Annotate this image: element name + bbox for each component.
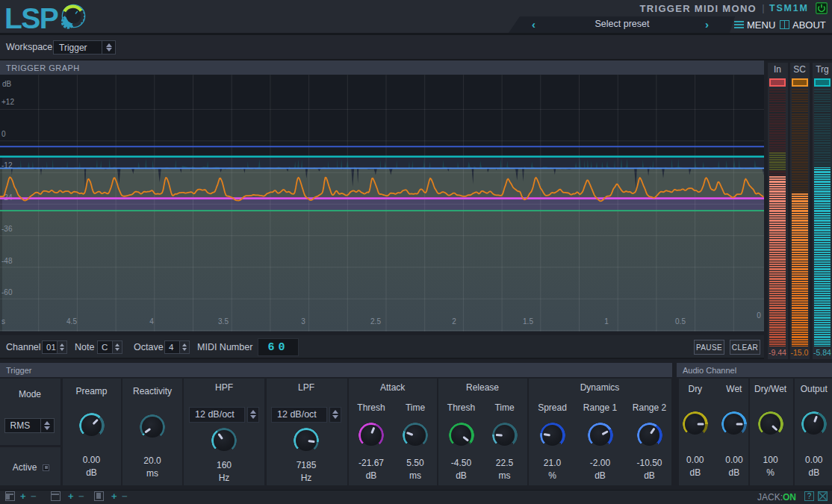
svg-text:3: 3 — [301, 317, 305, 326]
svg-text:-36: -36 — [1, 225, 13, 233]
svg-text:0: 0 — [757, 311, 761, 320]
svg-text:1.5: 1.5 — [523, 317, 533, 326]
svg-text:-48: -48 — [1, 257, 13, 265]
svg-text:4: 4 — [149, 317, 154, 326]
svg-text:1: 1 — [604, 317, 609, 326]
svg-text:dB: dB — [2, 80, 12, 88]
svg-text:0: 0 — [1, 130, 6, 138]
svg-text:-60: -60 — [1, 288, 13, 296]
svg-text:0.5: 0.5 — [675, 317, 686, 326]
svg-text:2.5: 2.5 — [370, 317, 381, 326]
svg-text:3.5: 3.5 — [218, 317, 229, 326]
svg-text:4.5: 4.5 — [66, 317, 77, 326]
svg-text:s: s — [1, 317, 5, 326]
svg-text:2: 2 — [452, 317, 456, 326]
svg-text:+12: +12 — [1, 98, 14, 106]
